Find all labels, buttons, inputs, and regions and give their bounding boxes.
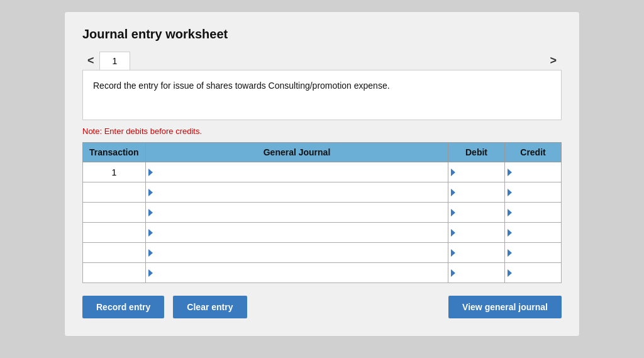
credit-input-1[interactable] — [505, 182, 561, 202]
table-row-general-journal-3[interactable] — [146, 223, 448, 243]
table-row-debit-1[interactable] — [448, 182, 505, 203]
description-text: Record the entry for issue of shares tow… — [93, 81, 390, 91]
debit-input-4[interactable] — [448, 243, 504, 262]
table-row-credit-3[interactable] — [505, 223, 562, 243]
debit-input-2[interactable] — [448, 203, 504, 222]
debit-input-5[interactable] — [448, 263, 504, 282]
next-tab-button[interactable]: > — [545, 52, 562, 70]
prev-tab-button[interactable]: < — [82, 52, 99, 70]
view-general-journal-button[interactable]: View general journal — [448, 296, 562, 318]
col-header-debit: Debit — [448, 143, 505, 162]
clear-entry-button[interactable]: Clear entry — [173, 296, 247, 318]
table-row-debit-5[interactable] — [448, 263, 505, 283]
description-box: Record the entry for issue of shares tow… — [82, 70, 562, 120]
record-entry-button[interactable]: Record entry — [82, 296, 164, 318]
table-row-general-journal-0[interactable] — [146, 162, 448, 182]
credit-input-0[interactable] — [505, 162, 561, 182]
tab-navigation: < 1 > — [82, 52, 562, 70]
table-row-general-journal-5[interactable] — [146, 263, 448, 283]
table-row-credit-5[interactable] — [505, 263, 562, 283]
table-row-transaction-2 — [83, 203, 146, 223]
table-row-credit-4[interactable] — [505, 243, 562, 263]
credit-input-4[interactable] — [505, 243, 561, 262]
credit-input-2[interactable] — [505, 203, 561, 222]
tab-1[interactable]: 1 — [99, 52, 131, 70]
general-journal-input-2[interactable] — [146, 203, 448, 222]
table-row-transaction-0: 1 — [83, 162, 146, 182]
general-journal-input-3[interactable] — [146, 223, 448, 242]
general-journal-input-1[interactable] — [146, 182, 448, 202]
table-row-general-journal-1[interactable] — [146, 182, 448, 203]
col-header-general-journal: General Journal — [146, 143, 448, 162]
debit-input-0[interactable] — [448, 162, 504, 182]
journal-table: Transaction General Journal Debit Credit… — [82, 142, 562, 283]
page-title: Journal entry worksheet — [82, 27, 562, 42]
table-row-debit-4[interactable] — [448, 243, 505, 263]
table-row-transaction-5 — [83, 263, 146, 283]
general-journal-input-4[interactable] — [146, 243, 448, 262]
general-journal-input-5[interactable] — [146, 263, 448, 282]
table-row-debit-3[interactable] — [448, 223, 505, 243]
table-row-credit-2[interactable] — [505, 203, 562, 223]
worksheet-container: Journal entry worksheet < 1 > Record the… — [64, 11, 580, 337]
table-row-transaction-4 — [83, 243, 146, 263]
button-row: Record entry Clear entry View general jo… — [82, 296, 562, 318]
table-row-general-journal-4[interactable] — [146, 243, 448, 263]
general-journal-input-0[interactable] — [146, 162, 448, 182]
debit-input-1[interactable] — [448, 182, 504, 202]
credit-input-3[interactable] — [505, 223, 561, 242]
table-row-debit-2[interactable] — [448, 203, 505, 223]
table-row-transaction-1 — [83, 182, 146, 203]
col-header-transaction: Transaction — [83, 143, 146, 162]
table-row-general-journal-2[interactable] — [146, 203, 448, 223]
credit-input-5[interactable] — [505, 263, 561, 282]
table-row-credit-1[interactable] — [505, 182, 562, 203]
col-header-credit: Credit — [505, 143, 562, 162]
table-row-transaction-3 — [83, 223, 146, 243]
note-text: Note: Enter debits before credits. — [82, 126, 562, 136]
table-row-debit-0[interactable] — [448, 162, 505, 182]
table-row-credit-0[interactable] — [505, 162, 562, 182]
debit-input-3[interactable] — [448, 223, 504, 242]
